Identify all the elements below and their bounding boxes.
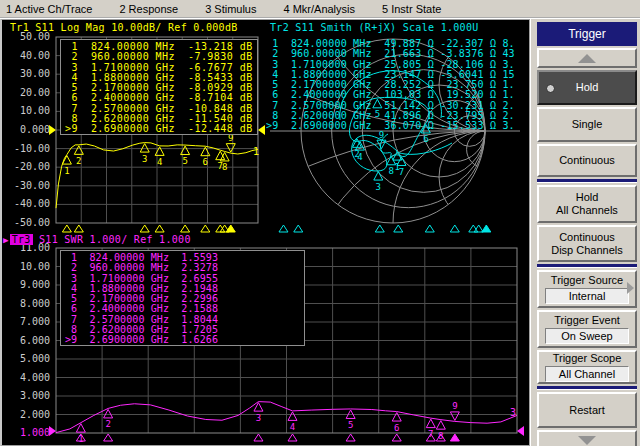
y-axis-label: 30.00 [6,69,50,79]
radio-indicator-icon [546,84,555,93]
y-axis-label: 8.000 [6,299,50,309]
softkey-restart[interactable]: Restart [537,392,637,428]
softkey-scroll-down-button[interactable] [537,430,637,446]
y-axis-label: 4.000 [6,373,50,383]
svg-text:8: 8 [388,166,393,176]
y-axis-label: 40.00 [6,51,50,61]
svg-text:3: 3 [376,182,381,192]
svg-text:3: 3 [256,413,261,423]
softkey-separator [537,179,637,183]
analyzer-screen: 1 Active Ch/Trace2 Response3 Stimulus4 M… [0,0,640,446]
svg-text:8: 8 [438,431,443,441]
svg-text:3: 3 [142,154,147,164]
marker-row: >9 2.6900000 GHz 1.6266 [65,335,304,345]
svg-text:4: 4 [157,157,162,167]
arrow-down-icon [578,436,596,445]
softkey-label: Hold [576,81,599,94]
softkey-scroll-up-button[interactable] [537,48,637,68]
y-axis-label: 9.000 [6,280,50,290]
y-axis-label: 50.00 [6,32,50,42]
arrow-up-icon [578,54,596,63]
tr2-marker-table: 1 824.00000 MHz 49.887 Ω -22.307 Ω 8. 2 … [266,39,522,135]
softkey-label: Continuous [559,154,615,167]
y-axis-label: 10.00 [6,106,50,116]
marker-row: >9 2.6900000 GHz 36.070 Ω -15.533 Ω 3. [266,121,522,131]
softkey-menu-title: Trigger [537,22,637,46]
softkey-label: Trigger Source [551,274,623,287]
svg-text:1: 1 [78,434,83,444]
y-axis-label: 6.000 [6,336,50,346]
softkey-panel: Trigger HoldSingleContinuousHoldAll Chan… [530,19,640,446]
y-axis-label: -20.00 [6,162,50,172]
tr2-title: Tr2 S11 Smith (R+jX) Scale 1.000U [270,22,479,33]
svg-text:6: 6 [423,134,428,144]
tr3-active-chip[interactable]: Tr3 [10,234,33,245]
softkey-label: Hold [576,191,599,204]
y-axis-label: -10.00 [6,144,50,154]
softkey-label: Trigger Event [554,314,620,327]
softkey-value: On Sweep [545,328,629,344]
svg-text:4: 4 [357,152,362,162]
softkey-label: Disp Channels [551,244,623,257]
softkey-label: Continuous [559,231,615,244]
softkey-value: Internal [545,288,629,304]
tr1-marker-table: 1 824.00000 MHz -13.218 dB 2 960.00000 M… [60,39,258,135]
y-axis-label: -50.00 [6,218,50,228]
softkey-label: Trigger Scope [553,352,622,365]
y-axis-label: 7.000 [6,317,50,327]
y-axis-label: 0.000 [6,125,50,135]
softkey-label: Restart [569,404,604,417]
svg-text:5: 5 [182,156,187,166]
softkey-continuous[interactable]: ContinuousDisp Channels [537,225,637,262]
svg-text:8: 8 [222,162,227,172]
svg-text:9: 9 [452,401,457,411]
y-axis-label: 20.00 [6,88,50,98]
softkey-continuous[interactable]: Continuous [537,144,637,177]
svg-text:2: 2 [105,419,110,429]
y-axis-label: -40.00 [6,199,50,209]
svg-text:5: 5 [348,420,353,430]
softkey-separator [537,386,637,390]
y-axis-label: -30.00 [6,181,50,191]
tr3-marker-table: 1 824.00000 MHz 1.5593 2 960.00000 MHz 2… [60,250,305,346]
svg-text:2: 2 [76,156,81,166]
softkey-label: Single [572,118,603,131]
marker-row: >9 2.6900000 GHz -12.448 dB [65,124,257,134]
tr1-trace-end-label: 1 [253,146,259,157]
tr3-title: ▶Tr3 S11 SWR 1.000/ Ref 1.000 [3,234,191,245]
y-axis-label: 1.000 [6,428,50,438]
softkey-hold[interactable]: Hold [537,70,637,105]
active-trace-arrow-icon: ▶ [3,235,9,245]
softkey-hold[interactable]: HoldAll Channels [537,185,637,223]
svg-text:7: 7 [399,167,404,177]
softkey-separator [537,264,637,268]
svg-text:6: 6 [394,423,399,433]
y-axis-label: 3.000 [6,391,50,401]
softkey-trigger-source[interactable]: Trigger SourceInternal [537,270,637,308]
softkey-trigger-scope[interactable]: Trigger ScopeAll Channel [537,350,637,384]
softkey-trigger-event[interactable]: Trigger EventOn Sweep [537,310,637,348]
submenu-arrow-icon [627,282,634,294]
softkey-value: All Channel [545,366,629,382]
svg-text:1: 1 [64,166,69,176]
y-axis-label: 5.000 [6,354,50,364]
tr3-title-text: S11 SWR 1.000/ Ref 1.000 [33,234,191,245]
svg-text:6: 6 [203,157,208,167]
softkey-label: All Channels [556,204,618,217]
tr3-trace-end-label: 3 [510,407,516,418]
svg-text:4: 4 [290,422,295,432]
y-axis-label: 10.00 [6,262,50,272]
y-axis-label: 2.000 [6,410,50,420]
softkey-single[interactable]: Single [537,107,637,142]
